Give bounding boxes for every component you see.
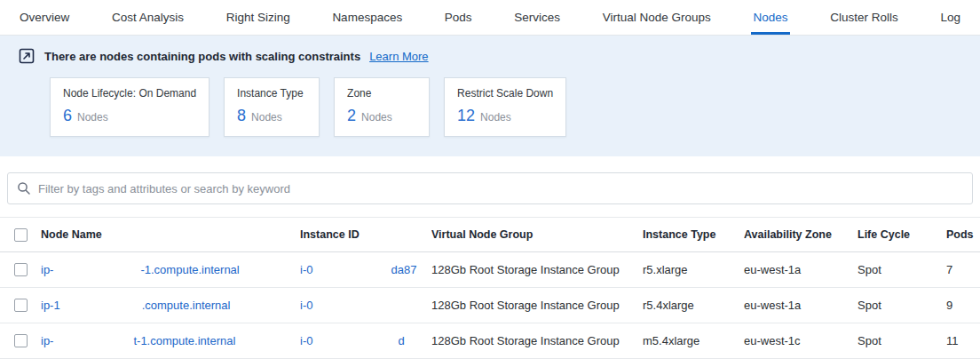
card-value: 2 xyxy=(347,107,356,125)
lifecycle-cell: Spot xyxy=(858,334,946,347)
tab-cost-analysis[interactable]: Cost Analysis xyxy=(110,0,186,35)
col-pods: Pods xyxy=(946,228,980,241)
instance-type-cell: r5.4xlarge xyxy=(643,299,744,312)
card-unit: Nodes xyxy=(480,111,511,124)
redacted-segment xyxy=(312,300,398,312)
card-node-lifecycle[interactable]: Node Lifecycle: On Demand 6 Nodes xyxy=(50,77,209,137)
card-value: 6 xyxy=(63,107,72,125)
tab-right-sizing[interactable]: Right Sizing xyxy=(225,0,292,35)
redacted-segment xyxy=(312,265,391,276)
scaling-constraint-icon xyxy=(18,47,36,65)
tab-services[interactable]: Services xyxy=(512,0,562,35)
col-instance-id: Instance ID xyxy=(300,228,431,241)
tab-nodes[interactable]: Nodes xyxy=(751,0,789,35)
node-name-link[interactable]: -1.compute.internal xyxy=(140,263,239,276)
vng-cell: 128Gb Root Storage Instance Group xyxy=(431,263,643,276)
node-name-link[interactable]: ip-1 xyxy=(41,299,60,312)
pods-cell: 7 xyxy=(946,263,980,276)
vng-cell: 128Gb Root Storage Instance Group xyxy=(431,334,643,347)
tab-pods[interactable]: Pods xyxy=(443,0,474,35)
card-title: Restrict Scale Down xyxy=(457,87,553,100)
node-name-link[interactable]: .compute.internal xyxy=(142,299,231,312)
card-unit: Nodes xyxy=(361,111,392,124)
card-unit: Nodes xyxy=(77,111,108,124)
col-life-cycle: Life Cycle xyxy=(858,228,946,241)
row-checkbox[interactable] xyxy=(14,263,28,276)
lifecycle-cell: Spot xyxy=(858,263,946,276)
node-name-link[interactable]: ip- xyxy=(41,334,53,347)
card-zone[interactable]: Zone 2 Nodes xyxy=(334,77,430,137)
constraint-cards: Node Lifecycle: On Demand 6 Nodes Instan… xyxy=(50,77,962,137)
banner-message: There are nodes containing pods with sca… xyxy=(44,50,360,63)
tab-virtual-node-groups[interactable]: Virtual Node Groups xyxy=(601,0,713,35)
search-box xyxy=(7,172,973,204)
tab-bar: Overview Cost Analysis Right Sizing Name… xyxy=(0,0,980,36)
availability-zone-cell: eu-west-1a xyxy=(744,263,858,276)
table-row: ip--1.compute.internal i-0da87 128Gb Roo… xyxy=(0,252,980,288)
tab-log[interactable]: Log xyxy=(938,0,962,35)
col-virtual-node-group: Virtual Node Group xyxy=(431,228,643,241)
instance-id-link[interactable]: d xyxy=(398,334,404,347)
instance-type-cell: m5.4xlarge xyxy=(643,334,744,347)
col-instance-type: Instance Type xyxy=(643,228,744,241)
search-input[interactable] xyxy=(38,182,963,195)
vng-cell: 128Gb Root Storage Instance Group xyxy=(431,299,643,312)
learn-more-link[interactable]: Learn More xyxy=(369,50,428,63)
tab-cluster-rolls[interactable]: Cluster Rolls xyxy=(828,0,900,35)
availability-zone-cell: eu-west-1c xyxy=(744,334,858,347)
row-checkbox[interactable] xyxy=(14,334,28,347)
availability-zone-cell: eu-west-1a xyxy=(744,299,858,312)
instance-id-link[interactable]: i-0 xyxy=(300,263,312,276)
card-restrict-scale-down[interactable]: Restrict Scale Down 12 Nodes xyxy=(444,77,566,137)
tab-namespaces[interactable]: Namespaces xyxy=(330,0,404,35)
nodes-table: Node Name Instance ID Virtual Node Group… xyxy=(0,217,980,359)
card-unit: Nodes xyxy=(251,111,282,124)
col-node-name: Node Name xyxy=(41,228,300,241)
pods-cell: 9 xyxy=(946,299,980,312)
pods-cell: 11 xyxy=(946,334,980,347)
col-availability-zone: Availability Zone xyxy=(744,228,858,241)
node-name-link[interactable]: t-1.compute.internal xyxy=(133,334,235,347)
redacted-segment xyxy=(60,300,142,312)
node-name-link[interactable]: ip- xyxy=(41,263,53,276)
select-all-checkbox[interactable] xyxy=(14,228,28,242)
card-title: Zone xyxy=(347,87,416,100)
card-value: 8 xyxy=(237,107,246,125)
instance-type-cell: r5.xlarge xyxy=(643,263,744,276)
table-header-row: Node Name Instance ID Virtual Node Group… xyxy=(0,217,980,252)
card-instance-type[interactable]: Instance Type 8 Nodes xyxy=(224,77,320,137)
instance-id-link[interactable]: da87 xyxy=(391,263,416,276)
card-value: 12 xyxy=(457,107,475,125)
row-checkbox[interactable] xyxy=(14,299,28,312)
table-row: ip-t-1.compute.internal i-0d 128Gb Root … xyxy=(0,323,980,359)
scaling-constraints-banner: There are nodes containing pods with sca… xyxy=(0,36,980,156)
redacted-segment xyxy=(312,336,398,347)
instance-id-link[interactable]: i-0 xyxy=(300,334,312,347)
search-icon xyxy=(17,181,31,195)
instance-id-link[interactable]: i-0 xyxy=(300,299,312,312)
search-bar-wrapper xyxy=(0,156,980,204)
lifecycle-cell: Spot xyxy=(858,299,946,312)
table-row: ip-1.compute.internal i-0 128Gb Root Sto… xyxy=(0,288,980,323)
redacted-segment xyxy=(53,336,133,347)
card-title: Instance Type xyxy=(237,87,306,100)
redacted-segment xyxy=(53,265,140,276)
card-title: Node Lifecycle: On Demand xyxy=(63,87,196,100)
tab-overview[interactable]: Overview xyxy=(18,0,71,35)
